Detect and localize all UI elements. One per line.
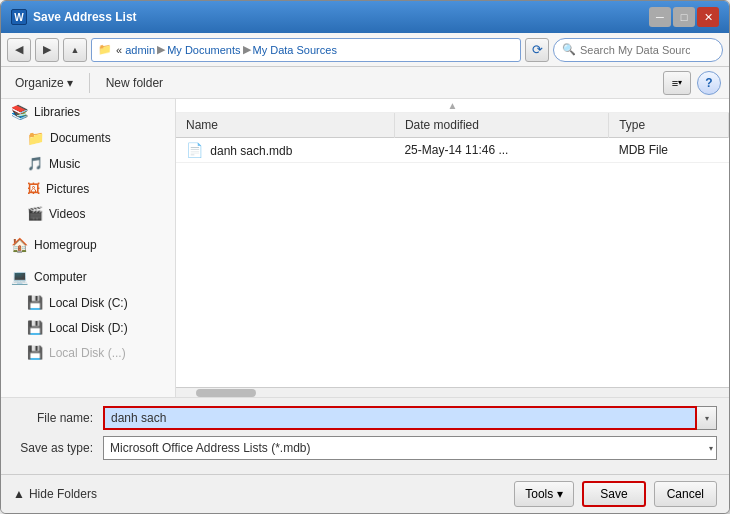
- refresh-button[interactable]: ⟳: [525, 38, 549, 62]
- sidebar-item-local-disk-c[interactable]: 💾 Local Disk (C:): [1, 290, 175, 315]
- documents-label: Documents: [50, 131, 111, 145]
- organize-label: Organize: [15, 76, 64, 90]
- sidebar-item-local-disk-d[interactable]: 💾 Local Disk (D:): [1, 315, 175, 340]
- search-icon: 🔍: [562, 43, 576, 56]
- action-bar: ▲ Hide Folders Tools ▾ Save Cancel: [1, 474, 729, 513]
- column-header-date[interactable]: Date modified: [394, 113, 608, 138]
- hide-folders-icon: ▲: [13, 487, 25, 501]
- file-list-scroll[interactable]: Name Date modified Type 📄 danh sach.mdb …: [176, 113, 729, 387]
- window-icon: W: [11, 9, 27, 25]
- sidebar-item-homegroup[interactable]: 🏠 Homegroup: [1, 232, 175, 258]
- pictures-icon: 🖼: [27, 181, 40, 196]
- search-input[interactable]: [580, 44, 690, 56]
- file-name-row: File name: ▾: [13, 406, 717, 430]
- file-name-input-wrap: ▾: [103, 406, 717, 430]
- up-button[interactable]: ▲: [63, 38, 87, 62]
- cancel-button[interactable]: Cancel: [654, 481, 717, 507]
- music-label: Music: [49, 157, 80, 171]
- file-date-cell: 25-May-14 11:46 ...: [394, 138, 608, 163]
- hide-folders-label: Hide Folders: [29, 487, 97, 501]
- path-segment-my-documents[interactable]: My Documents: [167, 44, 240, 56]
- organize-arrow-icon: ▾: [67, 76, 73, 90]
- toolbar: Organize ▾ New folder ≡ ▾ ?: [1, 67, 729, 99]
- cancel-label: Cancel: [667, 487, 704, 501]
- new-folder-label: New folder: [106, 76, 163, 90]
- bottom-section: File name: ▾ Save as type: Microsoft Off…: [1, 397, 729, 474]
- sidebar-item-music[interactable]: 🎵 Music: [1, 151, 175, 176]
- help-button[interactable]: ?: [697, 71, 721, 95]
- sidebar-item-videos[interactable]: 🎬 Videos: [1, 201, 175, 226]
- save-type-select-wrap: Microsoft Office Address Lists (*.mdb) ▾: [103, 436, 717, 460]
- file-name-input[interactable]: [103, 406, 697, 430]
- save-type-select[interactable]: Microsoft Office Address Lists (*.mdb): [103, 436, 717, 460]
- file-list-area: ▲ Name Date modified Type 📄: [176, 99, 729, 397]
- path-icon: 📁: [98, 43, 112, 56]
- maximize-button[interactable]: □: [673, 7, 695, 27]
- tools-label: Tools: [525, 487, 553, 501]
- toolbar-separator: [89, 73, 90, 93]
- path-box[interactable]: 📁 « admin ▶ My Documents ▶ My Data Sourc…: [91, 38, 521, 62]
- address-bar: ◀ ▶ ▲ 📁 « admin ▶ My Documents ▶ My Data…: [1, 33, 729, 67]
- path-segment-admin[interactable]: admin: [125, 44, 155, 56]
- music-icon: 🎵: [27, 156, 43, 171]
- title-bar-left: W Save Address List: [11, 9, 137, 25]
- homegroup-label: Homegroup: [34, 238, 97, 252]
- file-name-label: File name:: [13, 411, 103, 425]
- sidebar-item-local-disk-e[interactable]: 💾 Local Disk (...): [1, 340, 175, 365]
- videos-label: Videos: [49, 207, 85, 221]
- organize-button[interactable]: Organize ▾: [9, 73, 79, 93]
- file-name-text: danh sach.mdb: [210, 144, 292, 158]
- table-header-row: Name Date modified Type: [176, 113, 729, 138]
- disk-d-icon: 💾: [27, 320, 43, 335]
- horizontal-scrollbar[interactable]: [176, 387, 729, 397]
- sidebar-item-documents[interactable]: 📁 Documents: [1, 125, 175, 151]
- forward-button[interactable]: ▶: [35, 38, 59, 62]
- table-row[interactable]: 📄 danh sach.mdb 25-May-14 11:46 ... MDB …: [176, 138, 729, 163]
- tools-button[interactable]: Tools ▾: [514, 481, 574, 507]
- hide-folders-button[interactable]: ▲ Hide Folders: [13, 487, 97, 501]
- column-header-type[interactable]: Type: [609, 113, 729, 138]
- save-type-row: Save as type: Microsoft Office Address L…: [13, 436, 717, 460]
- path-text: «: [116, 44, 125, 56]
- computer-label: Computer: [34, 270, 87, 284]
- tools-arrow-icon: ▾: [557, 487, 563, 501]
- scroll-up-indicator: ▲: [176, 99, 729, 113]
- pictures-label: Pictures: [46, 182, 89, 196]
- homegroup-icon: 🏠: [11, 237, 28, 253]
- path-segment-my-data-sources[interactable]: My Data Sources: [253, 44, 337, 56]
- local-disk-d-label: Local Disk (D:): [49, 321, 128, 335]
- libraries-label: Libraries: [34, 105, 80, 119]
- scrollbar-thumb[interactable]: [196, 389, 256, 397]
- window-title: Save Address List: [33, 10, 137, 24]
- help-label: ?: [705, 76, 712, 90]
- back-button[interactable]: ◀: [7, 38, 31, 62]
- action-buttons: Tools ▾ Save Cancel: [514, 481, 717, 507]
- save-button[interactable]: Save: [582, 481, 645, 507]
- close-button[interactable]: ✕: [697, 7, 719, 27]
- save-label: Save: [600, 487, 627, 501]
- videos-icon: 🎬: [27, 206, 43, 221]
- main-content: 📚 Libraries 📁 Documents 🎵 Music 🖼 Pictur…: [1, 99, 729, 397]
- title-controls: ─ □ ✕: [649, 7, 719, 27]
- file-name-dropdown-button[interactable]: ▾: [697, 406, 717, 430]
- libraries-icon: 📚: [11, 104, 28, 120]
- sidebar-item-computer[interactable]: 💻 Computer: [1, 264, 175, 290]
- title-bar: W Save Address List ─ □ ✕: [1, 1, 729, 33]
- save-type-label: Save as type:: [13, 441, 103, 455]
- column-header-name[interactable]: Name: [176, 113, 394, 138]
- new-folder-button[interactable]: New folder: [100, 73, 169, 93]
- file-type-cell: MDB File: [609, 138, 729, 163]
- save-address-list-window: W Save Address List ─ □ ✕ ◀ ▶ ▲ 📁 « admi…: [0, 0, 730, 514]
- toolbar-right: ≡ ▾ ?: [663, 71, 721, 95]
- minimize-button[interactable]: ─: [649, 7, 671, 27]
- sidebar-item-pictures[interactable]: 🖼 Pictures: [1, 176, 175, 201]
- sidebar: 📚 Libraries 📁 Documents 🎵 Music 🖼 Pictur…: [1, 99, 176, 397]
- local-disk-e-label: Local Disk (...): [49, 346, 126, 360]
- documents-icon: 📁: [27, 130, 44, 146]
- view-button[interactable]: ≡ ▾: [663, 71, 691, 95]
- view-arrow-icon: ▾: [678, 78, 682, 87]
- file-table: Name Date modified Type 📄 danh sach.mdb …: [176, 113, 729, 163]
- search-box[interactable]: 🔍: [553, 38, 723, 62]
- sidebar-item-libraries[interactable]: 📚 Libraries: [1, 99, 175, 125]
- disk-e-icon: 💾: [27, 345, 43, 360]
